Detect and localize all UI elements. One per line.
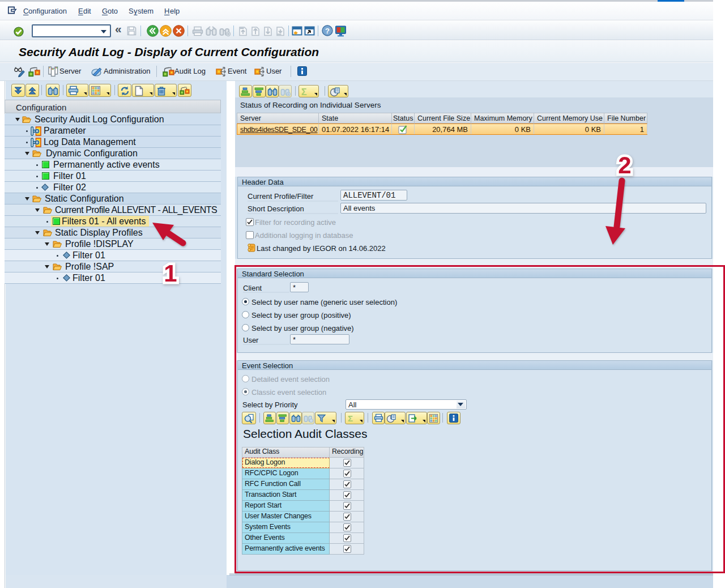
- svg-text:?: ?: [325, 27, 330, 35]
- svg-text:Σ: Σ: [301, 87, 307, 97]
